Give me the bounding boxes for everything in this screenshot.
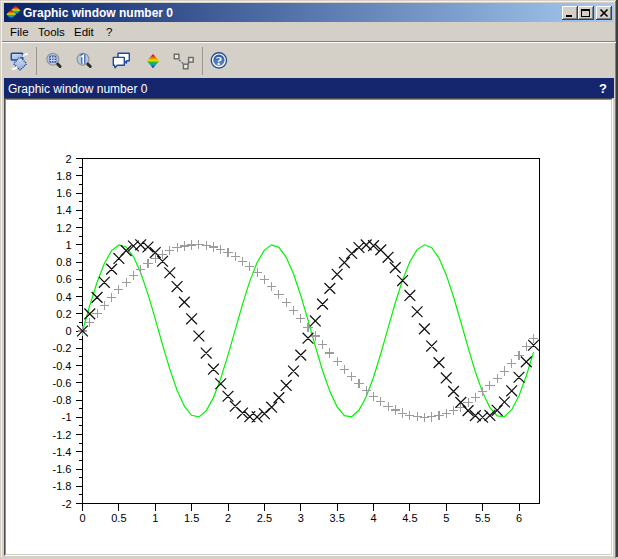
svg-text:-1.2: -1.2 (53, 429, 72, 441)
svg-text:2: 2 (65, 153, 71, 165)
svg-text:1: 1 (152, 512, 158, 524)
svg-text:-1.6: -1.6 (53, 463, 72, 475)
svg-text:2: 2 (225, 512, 231, 524)
svg-text:-1: -1 (62, 411, 72, 423)
svg-text:1.8: 1.8 (56, 170, 71, 182)
svg-text:5: 5 (443, 512, 449, 524)
svg-text:-0.8: -0.8 (53, 394, 72, 406)
svg-text:4.5: 4.5 (402, 512, 417, 524)
svg-text:6: 6 (516, 512, 522, 524)
svg-text:3.5: 3.5 (329, 512, 344, 524)
svg-text:-0.4: -0.4 (53, 360, 72, 372)
svg-text:1.5: 1.5 (184, 512, 199, 524)
svg-text:4: 4 (370, 512, 376, 524)
svg-text:-1.4: -1.4 (53, 446, 72, 458)
svg-text:0.5: 0.5 (111, 512, 126, 524)
svg-text:-2: -2 (62, 498, 72, 510)
svg-text:-1.8: -1.8 (53, 480, 72, 492)
svg-text:0.6: 0.6 (56, 273, 71, 285)
svg-text:0.4: 0.4 (56, 291, 71, 303)
svg-text:-0.6: -0.6 (53, 377, 72, 389)
svg-text:2.5: 2.5 (257, 512, 272, 524)
svg-text:3: 3 (298, 512, 304, 524)
svg-text:1.4: 1.4 (56, 204, 71, 216)
svg-text:1.2: 1.2 (56, 222, 71, 234)
svg-text:1: 1 (65, 239, 71, 251)
svg-text:5.5: 5.5 (475, 512, 490, 524)
svg-text:1.6: 1.6 (56, 187, 71, 199)
svg-text:-0.2: -0.2 (53, 342, 72, 354)
svg-text:0.2: 0.2 (56, 308, 71, 320)
svg-text:0: 0 (79, 512, 85, 524)
svg-text:0: 0 (65, 325, 71, 337)
svg-text:0.8: 0.8 (56, 256, 71, 268)
